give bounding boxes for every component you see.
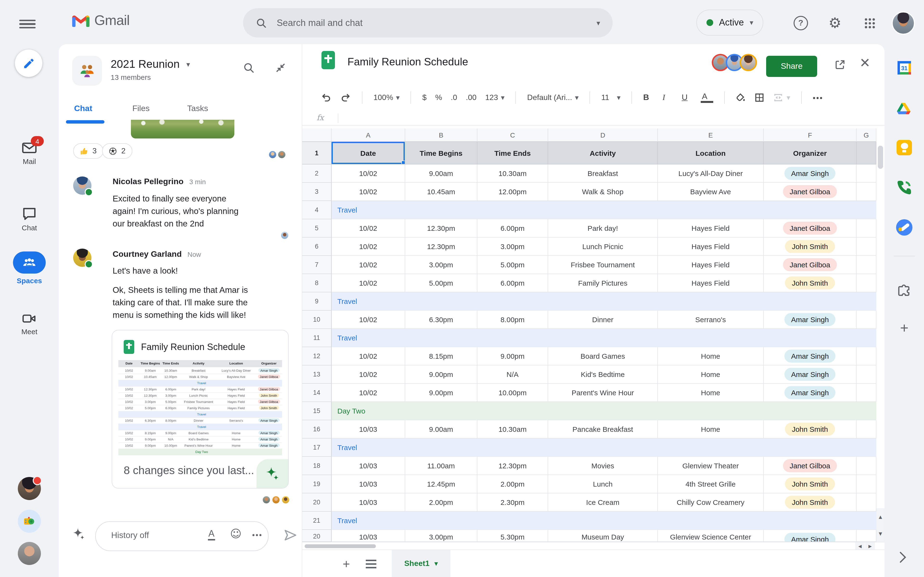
search-options-chevron-icon[interactable]: ▾ — [596, 19, 600, 27]
grid-cell[interactable] — [857, 384, 876, 402]
grid-cell[interactable]: 10/02 — [331, 311, 405, 329]
gmail-logo[interactable]: Gmail — [72, 13, 129, 28]
row-number[interactable]: 10 — [302, 311, 331, 329]
grid-cell[interactable] — [857, 475, 876, 493]
grid-cell[interactable] — [857, 457, 876, 475]
text-format-icon[interactable]: A — [208, 529, 215, 540]
grid-cell[interactable]: 3.00pm — [477, 237, 548, 256]
row-number[interactable]: 16 — [302, 420, 331, 438]
space-title[interactable]: 2021 Reunion ▾ — [111, 58, 190, 71]
grid-cell[interactable]: 10/02 — [331, 164, 405, 183]
font-selector[interactable]: Default (Ari...▾ — [527, 93, 579, 102]
drive-button[interactable] — [896, 99, 913, 116]
row-number[interactable]: 19 — [302, 475, 331, 493]
grid-cell[interactable]: 2.00pm — [405, 493, 477, 512]
grid-cell[interactable]: 5.30pm — [477, 530, 548, 542]
grid-cell[interactable]: Janet Gilboa — [764, 256, 857, 274]
search-bar[interactable]: Search mail and chat ▾ — [243, 8, 613, 37]
row-number[interactable]: 21 — [302, 512, 331, 530]
grid-cell[interactable]: Walk & Shop — [548, 183, 658, 201]
grid-cell[interactable]: Janet Gilboa — [764, 219, 857, 237]
bot-avatar[interactable] — [18, 510, 41, 533]
grid-cell[interactable] — [857, 311, 876, 329]
tab-files[interactable]: Files — [132, 104, 150, 113]
grid-cell[interactable]: 10/02 — [331, 384, 405, 402]
column-header-F[interactable]: F — [764, 128, 857, 142]
row-number[interactable]: 12 — [302, 347, 331, 366]
grid-cell[interactable] — [857, 142, 876, 164]
sheet-preview-card[interactable]: Family Reunion Schedule DateTime BeginsT… — [111, 330, 289, 488]
scroll-left-button[interactable]: ◀ — [855, 542, 865, 550]
row-number[interactable]: 4 — [302, 201, 331, 219]
vertical-scrollbar[interactable]: ▲ ▼ — [876, 142, 885, 542]
sheet-tab-sheet1[interactable]: Sheet1 ▾ — [392, 550, 451, 577]
grid-cell[interactable]: John Smith — [764, 420, 857, 438]
sender-avatar[interactable] — [73, 248, 91, 267]
send-button[interactable] — [283, 528, 297, 542]
grid-cell[interactable]: Hayes Field — [658, 237, 764, 256]
grid-cell[interactable]: 10/03 — [331, 457, 405, 475]
grid-cell[interactable] — [857, 274, 876, 292]
grid-cell[interactable]: Serrano's — [658, 311, 764, 329]
grid-cell[interactable]: Janet Gilboa — [764, 457, 857, 475]
grid-cell[interactable] — [857, 530, 876, 542]
day-band-cell[interactable]: Day Two — [331, 402, 876, 420]
compose-button[interactable] — [15, 50, 42, 77]
all-sheets-icon[interactable] — [366, 560, 376, 568]
collaborator-avatar[interactable] — [740, 54, 757, 71]
grid-cell[interactable]: 10.30am — [477, 164, 548, 183]
reaction-soccer[interactable]: 2 — [102, 143, 132, 159]
grid-cell[interactable] — [857, 219, 876, 237]
grid-cell[interactable]: 6.30pm — [405, 311, 477, 329]
grid-cell[interactable]: Home — [658, 366, 764, 384]
smart-summary-corner[interactable] — [257, 459, 288, 488]
grid-cell[interactable] — [857, 347, 876, 366]
grid-cell[interactable]: 10/02 — [331, 237, 405, 256]
grid-cell[interactable]: 10/03 — [331, 475, 405, 493]
scroll-right-button[interactable]: ▶ — [865, 542, 875, 550]
chat-search-button[interactable] — [242, 61, 257, 76]
column-header-B[interactable]: B — [405, 128, 477, 142]
font-size-selector[interactable]: 11▾ — [601, 93, 620, 102]
grid-cell[interactable] — [857, 256, 876, 274]
row-number[interactable]: 9 — [302, 292, 331, 311]
grid-cell[interactable]: John Smith — [764, 475, 857, 493]
underline-button[interactable]: U — [682, 93, 692, 102]
grid-cell[interactable]: 11.00am — [405, 457, 477, 475]
grid-cell[interactable]: Janet Gilboa — [764, 183, 857, 201]
grid-cell[interactable]: 5.00pm — [477, 256, 548, 274]
grid-cell[interactable]: 10.45am — [405, 183, 477, 201]
grid-cell[interactable]: 10/03 — [331, 493, 405, 512]
grid-cell[interactable]: Dinner — [548, 311, 658, 329]
sidebar-item-chat[interactable]: Chat — [0, 206, 59, 232]
grid-cell[interactable]: Pancake Breakfast — [548, 420, 658, 438]
add-panel-button[interactable]: + — [896, 319, 913, 337]
message-input[interactable]: History off A ☺ ••• — [95, 521, 268, 551]
get-addons-button[interactable] — [896, 280, 913, 297]
grid-cell[interactable]: Bayview Ave — [658, 183, 764, 201]
row-number[interactable]: 20 — [302, 530, 331, 542]
grid-cell[interactable]: Amar Singh — [764, 311, 857, 329]
grid-cell[interactable]: Ice Cream — [548, 493, 658, 512]
grid-cell[interactable]: Frisbee Tournament — [548, 256, 658, 274]
row-number[interactable]: 6 — [302, 237, 331, 256]
space-avatar[interactable] — [72, 56, 102, 85]
horizontal-scroll-thumb[interactable] — [305, 544, 376, 548]
status-selector[interactable]: Active ▾ — [696, 10, 764, 35]
tab-tasks[interactable]: Tasks — [187, 104, 208, 113]
grid-cell[interactable]: 8.00pm — [477, 311, 548, 329]
undo-button[interactable] — [321, 92, 331, 103]
smart-compose-button[interactable] — [72, 527, 86, 540]
grid-cell[interactable]: Amar Singh — [764, 366, 857, 384]
grid-cell[interactable]: 6.00pm — [477, 219, 548, 237]
header-cell-location[interactable]: Location — [658, 142, 764, 164]
format-percent-button[interactable]: % — [435, 93, 442, 102]
grid-cell[interactable]: Board Games — [548, 347, 658, 366]
grid-cell[interactable]: 6.00pm — [477, 274, 548, 292]
grid-cell[interactable]: Movies — [548, 457, 658, 475]
grid-cell[interactable]: John Smith — [764, 237, 857, 256]
grid-cell[interactable]: John Smith — [764, 274, 857, 292]
header-cell-organizer[interactable]: Organizer — [764, 142, 857, 164]
row-number[interactable]: 11 — [302, 329, 331, 347]
grid-cell[interactable]: 12.30pm — [405, 219, 477, 237]
